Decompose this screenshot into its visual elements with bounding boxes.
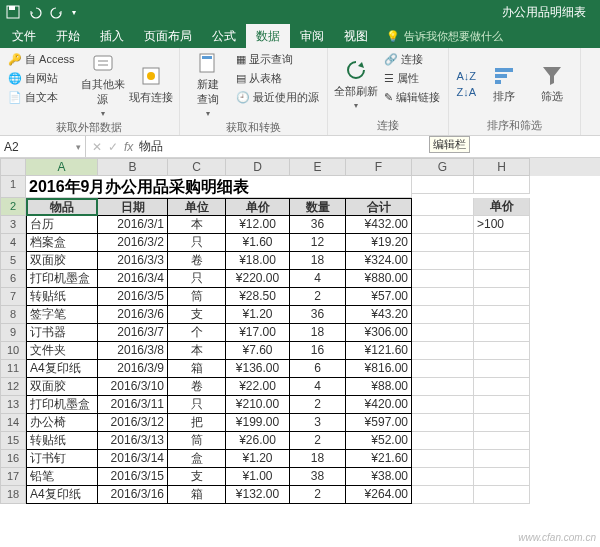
cell[interactable] [412, 234, 474, 252]
cell[interactable]: ¥132.00 [226, 486, 290, 504]
cell[interactable]: ¥264.00 [346, 486, 412, 504]
cell[interactable]: 18 [290, 252, 346, 270]
cell[interactable]: 铅笔 [26, 468, 98, 486]
col-header-B[interactable]: B [98, 158, 168, 176]
cell[interactable]: 卷 [168, 378, 226, 396]
cell[interactable]: ¥880.00 [346, 270, 412, 288]
row-header[interactable]: 3 [0, 216, 26, 234]
edit-links-button[interactable]: ✎编辑链接 [382, 89, 442, 106]
cell[interactable] [474, 468, 530, 486]
col-header-A[interactable]: A [26, 158, 98, 176]
cell[interactable]: 6 [290, 360, 346, 378]
spreadsheet-grid[interactable]: A B C D E F G H 12016年9月办公用品采购明细表2物品日期单位… [0, 158, 600, 504]
col-header-E[interactable]: E [290, 158, 346, 176]
cell[interactable]: 2016/3/3 [98, 252, 168, 270]
cell[interactable]: ¥1.00 [226, 468, 290, 486]
cell[interactable] [412, 360, 474, 378]
cell[interactable]: 筒 [168, 288, 226, 306]
cell[interactable]: 本 [168, 342, 226, 360]
cell[interactable] [412, 216, 474, 234]
cell[interactable]: 2016/3/12 [98, 414, 168, 432]
cell[interactable]: ¥420.00 [346, 396, 412, 414]
cell[interactable] [474, 176, 530, 194]
cell[interactable]: 18 [290, 450, 346, 468]
cell[interactable]: A4复印纸 [26, 360, 98, 378]
cell[interactable]: 36 [290, 216, 346, 234]
cell[interactable]: 文件夹 [26, 342, 98, 360]
cell[interactable]: 签字笔 [26, 306, 98, 324]
cell[interactable]: ¥136.00 [226, 360, 290, 378]
cell[interactable]: 2016/3/11 [98, 396, 168, 414]
cell[interactable]: 2016/3/6 [98, 306, 168, 324]
cell[interactable]: 2016/3/8 [98, 342, 168, 360]
cell[interactable]: 3 [290, 414, 346, 432]
cell[interactable]: 支 [168, 306, 226, 324]
sort-button[interactable]: 排序 [482, 51, 526, 116]
cell[interactable]: ¥1.20 [226, 306, 290, 324]
sort-asc-button[interactable]: A↓Z [455, 69, 479, 83]
cell[interactable]: ¥28.50 [226, 288, 290, 306]
cell[interactable] [474, 324, 530, 342]
cell[interactable]: 双面胶 [26, 252, 98, 270]
cell[interactable] [474, 288, 530, 306]
cell[interactable]: 2016/3/14 [98, 450, 168, 468]
col-header-G[interactable]: G [412, 158, 474, 176]
row-header[interactable]: 8 [0, 306, 26, 324]
cell[interactable]: 单价 [226, 198, 290, 216]
row-header[interactable]: 13 [0, 396, 26, 414]
cell[interactable]: 2 [290, 396, 346, 414]
cell[interactable]: ¥220.00 [226, 270, 290, 288]
cell[interactable]: 2016/3/10 [98, 378, 168, 396]
cell[interactable]: 只 [168, 396, 226, 414]
cell[interactable] [412, 306, 474, 324]
cell[interactable] [474, 270, 530, 288]
cell[interactable]: 16 [290, 342, 346, 360]
from-web-button[interactable]: 🌐自网站 [6, 70, 77, 87]
cell[interactable]: 物品 [26, 198, 98, 216]
cell[interactable]: ¥12.00 [226, 216, 290, 234]
cell[interactable]: 36 [290, 306, 346, 324]
cell[interactable] [412, 342, 474, 360]
enter-icon[interactable]: ✓ [108, 140, 118, 154]
cell[interactable] [412, 288, 474, 306]
cell[interactable]: ¥26.00 [226, 432, 290, 450]
cell[interactable]: 12 [290, 234, 346, 252]
cell[interactable]: ¥21.60 [346, 450, 412, 468]
tell-me[interactable]: 💡 告诉我你想要做什么 [378, 24, 503, 48]
from-other-sources-button[interactable]: 自其他来源▾ [81, 51, 125, 118]
cell[interactable]: 单位 [168, 198, 226, 216]
cell[interactable]: 办公椅 [26, 414, 98, 432]
cell[interactable]: 合计 [346, 198, 412, 216]
cell[interactable] [412, 270, 474, 288]
cell[interactable]: 台历 [26, 216, 98, 234]
cell[interactable]: ¥432.00 [346, 216, 412, 234]
cell[interactable]: 2 [290, 486, 346, 504]
cell[interactable]: 本 [168, 216, 226, 234]
cell[interactable]: A4复印纸 [26, 486, 98, 504]
tab-view[interactable]: 视图 [334, 24, 378, 48]
cell[interactable]: ¥816.00 [346, 360, 412, 378]
row-header[interactable]: 5 [0, 252, 26, 270]
cell[interactable]: ¥88.00 [346, 378, 412, 396]
sort-desc-button[interactable]: Z↓A [455, 85, 479, 99]
row-header[interactable]: 7 [0, 288, 26, 306]
tab-file[interactable]: 文件 [2, 24, 46, 48]
cell[interactable]: 4 [290, 378, 346, 396]
cell[interactable]: ¥121.60 [346, 342, 412, 360]
cell[interactable]: 把 [168, 414, 226, 432]
cell[interactable] [474, 450, 530, 468]
tab-formulas[interactable]: 公式 [202, 24, 246, 48]
cell[interactable]: ¥43.20 [346, 306, 412, 324]
cell[interactable]: 档案盒 [26, 234, 98, 252]
row-header[interactable]: 2 [0, 198, 26, 216]
cell[interactable]: 2016/3/7 [98, 324, 168, 342]
cell[interactable]: ¥7.60 [226, 342, 290, 360]
cell[interactable] [412, 198, 474, 216]
cell[interactable] [412, 324, 474, 342]
row-header[interactable]: 9 [0, 324, 26, 342]
cell[interactable]: ¥52.00 [346, 432, 412, 450]
tab-home[interactable]: 开始 [46, 24, 90, 48]
cell[interactable]: 转贴纸 [26, 288, 98, 306]
cell[interactable]: 2016/3/2 [98, 234, 168, 252]
cell[interactable]: ¥18.00 [226, 252, 290, 270]
